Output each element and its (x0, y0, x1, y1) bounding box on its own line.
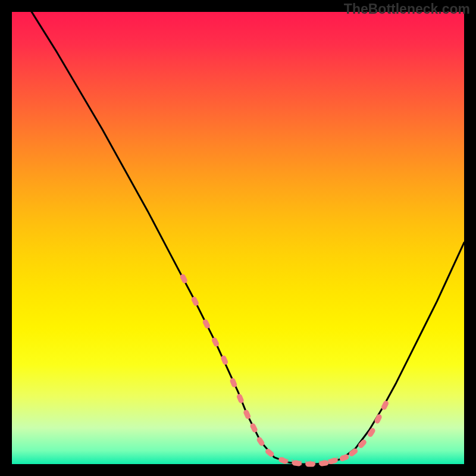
highlight-dot (249, 422, 258, 433)
highlight-dot (243, 409, 252, 419)
chart-plot-area (12, 12, 464, 464)
highlight-dot (190, 296, 199, 306)
highlight-dot (236, 393, 245, 404)
highlight-dot (348, 447, 359, 458)
highlight-dot (211, 337, 220, 347)
chart-svg (12, 12, 464, 464)
watermark-text: TheBottleneck.com (344, 1, 470, 17)
highlight-dot (202, 318, 211, 329)
highlight-dot (319, 460, 329, 466)
highlight-dot (328, 457, 339, 465)
highlight-dot (306, 462, 315, 467)
highlight-dot-series (179, 273, 389, 466)
highlight-dot (292, 460, 302, 466)
